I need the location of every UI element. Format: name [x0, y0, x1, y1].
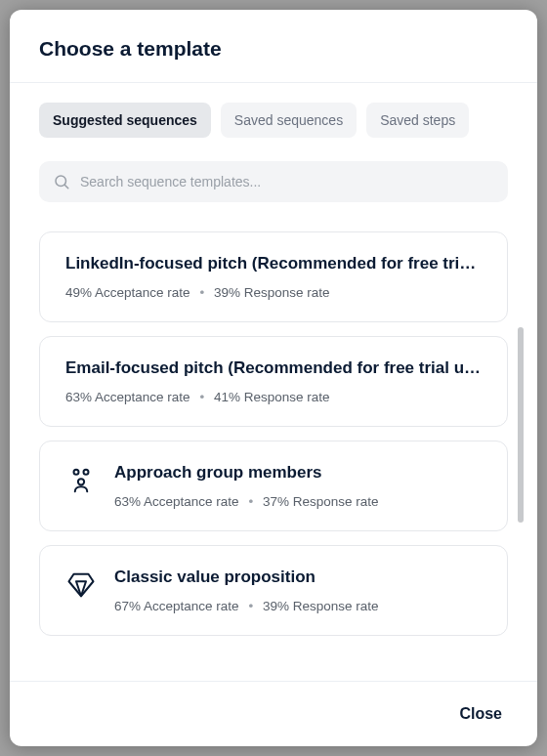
response-value: 37%	[263, 494, 289, 509]
separator-dot: •	[248, 494, 253, 509]
template-stats: 63% Acceptance rate • 37% Response rate	[114, 494, 482, 509]
svg-point-0	[56, 176, 66, 187]
template-title: Approach group members	[114, 463, 482, 483]
svg-point-3	[84, 470, 89, 475]
acceptance-label: Acceptance rate	[144, 494, 239, 509]
tab-suggested-sequences[interactable]: Suggested sequences	[39, 103, 211, 138]
tab-saved-steps[interactable]: Saved steps	[366, 103, 469, 138]
svg-line-1	[64, 185, 67, 188]
tab-saved-sequences[interactable]: Saved sequences	[221, 103, 357, 138]
template-card[interactable]: Email-focused pitch (Recommended for fre…	[39, 336, 508, 427]
template-stats: 63% Acceptance rate • 41% Response rate	[65, 390, 482, 404]
response-label: Response rate	[244, 390, 330, 404]
modal-header: Choose a template	[10, 10, 537, 83]
template-modal: Choose a template Suggested sequences Sa…	[10, 10, 537, 746]
acceptance-label: Acceptance rate	[144, 599, 239, 613]
template-card[interactable]: Classic value proposition 67% Acceptance…	[39, 545, 508, 636]
scrollbar[interactable]	[518, 327, 524, 523]
response-value: 41%	[214, 390, 240, 404]
search-container[interactable]	[39, 161, 508, 202]
template-title: LinkedIn-focused pitch (Recommended for …	[65, 254, 482, 273]
tabs: Suggested sequences Saved sequences Save…	[39, 103, 508, 138]
acceptance-label: Acceptance rate	[95, 285, 190, 300]
template-card[interactable]: Approach group members 63% Acceptance ra…	[39, 441, 508, 531]
template-card[interactable]: LinkedIn-focused pitch (Recommended for …	[39, 231, 508, 322]
template-stats: 67% Acceptance rate • 39% Response rate	[114, 599, 482, 613]
acceptance-value: 49%	[65, 285, 92, 300]
acceptance-value: 63%	[65, 390, 92, 404]
search-icon	[53, 173, 70, 190]
separator-dot: •	[248, 599, 253, 613]
acceptance-label: Acceptance rate	[95, 390, 190, 404]
diamond-icon	[65, 569, 97, 601]
response-label: Response rate	[293, 599, 379, 613]
svg-point-2	[74, 470, 79, 475]
acceptance-value: 67%	[114, 599, 141, 613]
separator-dot: •	[199, 285, 204, 300]
search-input[interactable]	[80, 174, 494, 189]
template-title: Email-focused pitch (Recommended for fre…	[65, 358, 482, 378]
template-title: Classic value proposition	[114, 567, 482, 587]
response-label: Response rate	[293, 494, 379, 509]
separator-dot: •	[199, 390, 204, 404]
svg-point-4	[78, 479, 84, 484]
modal-body[interactable]: Suggested sequences Saved sequences Save…	[10, 83, 537, 681]
response-value: 39%	[214, 285, 240, 300]
modal-title: Choose a template	[39, 37, 508, 61]
response-value: 39%	[263, 599, 289, 613]
template-stats: 49% Acceptance rate • 39% Response rate	[65, 285, 482, 300]
modal-footer: Close	[10, 681, 537, 746]
close-button[interactable]: Close	[451, 699, 510, 729]
response-label: Response rate	[244, 285, 330, 300]
acceptance-value: 63%	[114, 494, 141, 509]
group-icon	[65, 465, 97, 496]
